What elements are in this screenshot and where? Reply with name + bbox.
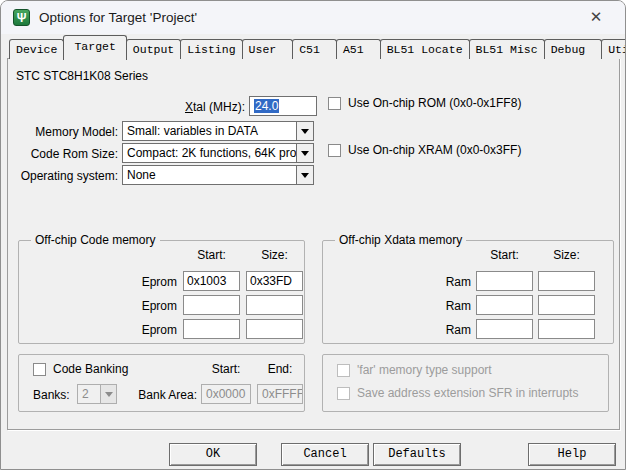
eprom2-size-input[interactable] — [246, 295, 303, 315]
tab-bl51-locate[interactable]: BL51 Locate — [380, 39, 470, 59]
banks-value: 2 — [82, 387, 89, 401]
operating-system-value: None — [127, 168, 156, 182]
checkbox-icon — [328, 97, 341, 110]
size-header: Size: — [538, 248, 595, 262]
ram-label: Ram — [413, 323, 471, 337]
far-memory-group: 'far' memory type support Save address e… — [322, 354, 609, 412]
use-onchip-rom-label: Use On-chip ROM (0x0-0x1FF8) — [348, 96, 521, 110]
start-header: Start: — [183, 248, 240, 262]
tab-a51[interactable]: A51 — [336, 39, 381, 59]
eprom-label: Eprom — [119, 299, 177, 313]
xtal-label: Xtal (MHz): — [98, 100, 245, 114]
code-rom-size-label: Code Rom Size: — [8, 147, 118, 161]
eprom-label: Eprom — [119, 275, 177, 289]
ok-button[interactable]: OK — [169, 443, 257, 466]
offchip-xdata-memory-group: Off-chip Xdata memory Start: Size: Ram R… — [322, 240, 614, 344]
use-onchip-xram-checkbox[interactable]: Use On-chip XRAM (0x0-0x3FF) — [328, 143, 521, 157]
ram2-start-input[interactable] — [476, 295, 533, 315]
device-series-label: STC STC8H1K08 Series — [16, 69, 148, 83]
start-header: Start: — [476, 248, 533, 262]
use-onchip-xram-label: Use On-chip XRAM (0x0-0x3FF) — [348, 143, 521, 157]
checkbox-icon — [337, 364, 350, 377]
code-rom-size-combo[interactable]: Compact: 2K functions, 64K program — [122, 143, 314, 163]
size-header: Size: — [246, 248, 303, 262]
tab-debug[interactable]: Debug — [544, 39, 603, 59]
help-button[interactable]: Help — [528, 443, 616, 466]
eprom3-start-input[interactable] — [183, 319, 240, 339]
bank-area-end-input: 0xFFFF — [257, 384, 303, 404]
dropdown-button[interactable] — [296, 144, 313, 162]
operating-system-combo[interactable]: None — [122, 165, 314, 185]
defaults-button[interactable]: Defaults — [373, 443, 461, 466]
tab-utilities[interactable]: Utilities — [601, 39, 626, 59]
options-dialog: Ψ Options for Target 'Project' ✕ Device … — [0, 0, 626, 470]
code-banking-group: Code Banking Start: End: Banks: 2 Bank A… — [18, 354, 305, 412]
ram2-size-input[interactable] — [538, 295, 595, 315]
offchip-code-memory-group: Off-chip Code memory Start: Size: Eprom … — [18, 240, 305, 344]
far-memory-label: 'far' memory type support — [357, 363, 492, 377]
dialog-title: Options for Target 'Project' — [39, 10, 197, 25]
group-title: Off-chip Xdata memory — [335, 233, 466, 247]
dropdown-button — [100, 385, 116, 403]
save-sfr-checkbox: Save address extension SFR in interrupts — [337, 386, 578, 400]
eprom3-size-input[interactable] — [246, 319, 303, 339]
tab-listing[interactable]: Listing — [180, 39, 242, 59]
eprom1-start-input[interactable]: 0x1003 — [183, 271, 240, 291]
code-banking-checkbox[interactable]: Code Banking — [33, 362, 128, 376]
code-rom-size-value: Compact: 2K functions, 64K program — [127, 146, 314, 160]
target-tab-page: STC STC8H1K08 Series Xtal (MHz): 24.0 Us… — [7, 58, 620, 430]
memory-model-label: Memory Model: — [8, 125, 118, 139]
tab-device[interactable]: Device — [9, 39, 64, 59]
chevron-down-icon — [301, 151, 309, 156]
close-icon[interactable]: ✕ — [575, 1, 617, 33]
xtal-selected-text: 24.0 — [254, 99, 279, 113]
title-bar: Ψ Options for Target 'Project' ✕ — [1, 1, 625, 34]
memory-model-combo[interactable]: Small: variables in DATA — [122, 121, 314, 141]
tab-output[interactable]: Output — [126, 39, 181, 59]
dropdown-button[interactable] — [296, 166, 313, 184]
banks-combo: 2 — [77, 384, 117, 404]
checkbox-icon — [328, 144, 341, 157]
bank-area-start-input: 0x0000 — [201, 384, 251, 404]
chevron-down-icon — [301, 173, 309, 178]
xtal-input[interactable]: 24.0 — [249, 96, 317, 116]
tab-target[interactable]: Target — [63, 35, 126, 60]
dropdown-button[interactable] — [296, 122, 313, 140]
save-sfr-label: Save address extension SFR in interrupts — [357, 386, 578, 400]
start-header: Start: — [201, 362, 251, 376]
tab-bl51-misc[interactable]: BL51 Misc — [469, 39, 545, 59]
eprom1-size-input[interactable]: 0x33FD — [246, 271, 303, 291]
ram1-start-input[interactable] — [476, 271, 533, 291]
chevron-down-icon — [105, 392, 113, 397]
tab-c51[interactable]: C51 — [292, 39, 337, 59]
use-onchip-rom-checkbox[interactable]: Use On-chip ROM (0x0-0x1FF8) — [328, 96, 521, 110]
checkbox-icon — [337, 387, 350, 400]
ram1-size-input[interactable] — [538, 271, 595, 291]
ram-label: Ram — [413, 299, 471, 313]
code-banking-label: Code Banking — [53, 362, 128, 376]
tab-strip: Device Target Output Listing User C51 A5… — [9, 34, 626, 59]
ram3-size-input[interactable] — [538, 319, 595, 339]
ram3-start-input[interactable] — [476, 319, 533, 339]
chevron-down-icon — [301, 129, 309, 134]
eprom-label: Eprom — [119, 323, 177, 337]
end-header: End: — [257, 362, 303, 376]
tab-user[interactable]: User — [242, 39, 294, 59]
ram-label: Ram — [413, 275, 471, 289]
bank-area-label: Bank Area: — [129, 388, 197, 402]
eprom2-start-input[interactable] — [183, 295, 240, 315]
uvision-logo-icon: Ψ — [13, 9, 30, 26]
cancel-button[interactable]: Cancel — [281, 443, 369, 466]
memory-model-value: Small: variables in DATA — [127, 124, 258, 138]
banks-label: Banks: — [33, 388, 70, 402]
group-title: Off-chip Code memory — [31, 233, 160, 247]
far-memory-checkbox: 'far' memory type support — [337, 363, 492, 377]
checkbox-icon — [33, 363, 46, 376]
operating-system-label: Operating system: — [8, 169, 118, 183]
